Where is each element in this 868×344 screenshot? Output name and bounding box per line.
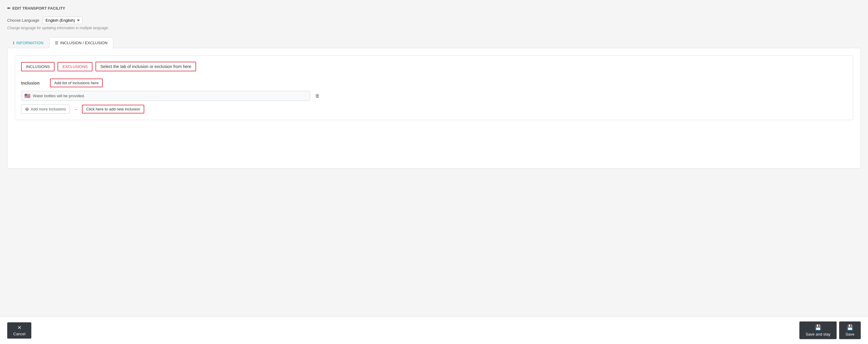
language-label: Choose Language (7, 18, 39, 23)
arrow-right-icon: → (73, 107, 78, 112)
tab-annotation: Select the tab of inclusion or exclusion… (95, 62, 196, 71)
content-card: INCLUSIONS EXCLUSIONS Select the tab of … (7, 48, 861, 169)
save-stay-icon: 💾 (815, 324, 821, 331)
ie-tabs: INCLUSIONS EXCLUSIONS Select the tab of … (21, 62, 847, 71)
ie-area: INCLUSIONS EXCLUSIONS Select the tab of … (15, 56, 853, 120)
inclusion-input-row: 🇺🇸 🗑 (21, 91, 847, 101)
list-icon: ☰ (55, 41, 58, 45)
language-select[interactable]: English (English) (43, 16, 83, 24)
info-icon: ℹ (13, 41, 14, 45)
add-more-inclusions-btn[interactable]: ⊕ Add more inclusions (21, 104, 70, 114)
inclusion-annotation: Add list of inclusions here (50, 78, 103, 87)
us-flag-icon: 🇺🇸 (24, 93, 30, 99)
save-icon: 💾 (847, 324, 853, 331)
x-icon: ✕ (18, 325, 21, 331)
pencil-icon: ✏ (7, 6, 10, 10)
tab-information[interactable]: ℹ INFORMATION (7, 37, 49, 48)
add-inclusion-annotation: Click here to add new inclusion (82, 105, 144, 113)
page-title: ✏ EDIT TRANSPORT FACILITY (7, 6, 861, 10)
add-more-row: ⊕ Add more inclusions → Click here to ad… (21, 104, 847, 114)
inclusions-tab-btn[interactable]: INCLUSIONS (21, 62, 55, 71)
exclusions-tab-btn[interactable]: EXCLUSIONS (58, 62, 92, 71)
plus-icon: ⊕ (25, 106, 29, 112)
inclusion-label: Inclusion (21, 81, 45, 85)
save-and-stay-button[interactable]: 💾 Save and stay (799, 321, 837, 339)
inclusion-input-wrapper: 🇺🇸 (21, 91, 310, 101)
language-hint: Change language for updating information… (7, 26, 861, 30)
footer-bar: ✕ Cancel 💾 Save and stay 💾 Save (0, 316, 868, 344)
save-button[interactable]: 💾 Save (839, 321, 861, 339)
tabs-nav: ℹ INFORMATION ☰ INCLUSION / EXCLUSION (7, 37, 861, 48)
inclusion-section: Inclusion Add list of inclusions here 🇺🇸… (21, 78, 847, 114)
inclusion-text-field[interactable] (33, 94, 307, 98)
footer-right: 💾 Save and stay 💾 Save (799, 321, 861, 339)
cancel-button[interactable]: ✕ Cancel (7, 322, 31, 339)
inclusion-header: Inclusion Add list of inclusions here (21, 78, 847, 87)
delete-inclusion-btn[interactable]: 🗑 (313, 92, 322, 100)
tab-inclusion-exclusion[interactable]: ☰ INCLUSION / EXCLUSION (49, 37, 113, 48)
